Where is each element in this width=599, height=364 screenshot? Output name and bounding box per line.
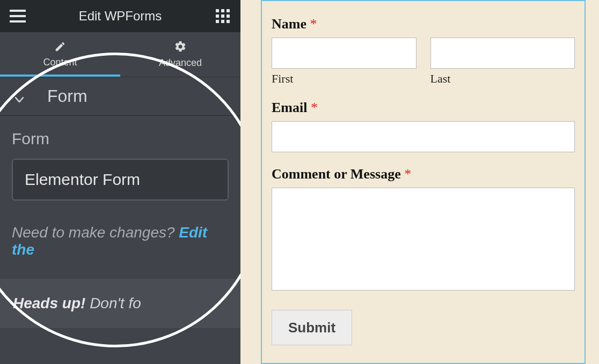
svg-rect-0 <box>10 10 26 12</box>
field-email: Email * <box>272 100 575 152</box>
required-mark: * <box>310 16 317 32</box>
first-name-input[interactable] <box>272 38 417 69</box>
form-selector-block: Form Elementor Form <box>0 116 240 206</box>
caret-down-icon <box>15 87 24 107</box>
edit-form-help: Need to make changes? Edit the <box>0 206 240 264</box>
svg-rect-10 <box>221 20 224 23</box>
svg-rect-6 <box>216 14 219 18</box>
email-label: Email * <box>272 100 575 116</box>
sidebar-topbar: Edit WPForms <box>0 0 240 32</box>
form-select[interactable]: Elementor Form <box>12 159 229 200</box>
field-message: Comment or Message * <box>272 166 575 293</box>
menu-icon[interactable] <box>9 7 27 25</box>
svg-rect-7 <box>221 14 224 18</box>
message-textarea[interactable] <box>272 188 575 291</box>
field-name: Name * First Last <box>272 16 575 86</box>
alert-rest: Don't fo <box>85 295 141 311</box>
form-select-value: Elementor Form <box>25 170 140 189</box>
tab-advanced-label: Advanced <box>159 57 202 69</box>
last-sublabel: Last <box>430 72 575 86</box>
tab-content[interactable]: Content <box>0 32 120 77</box>
section-header-label: FFormorm <box>47 86 87 106</box>
last-name-input[interactable] <box>430 38 575 69</box>
required-mark: * <box>404 166 411 182</box>
heads-up-alert: Heads up! Don't fo <box>0 279 240 328</box>
required-mark: * <box>311 100 318 115</box>
form-field-label: Form <box>12 130 229 148</box>
svg-rect-9 <box>216 20 219 23</box>
gear-icon <box>174 40 187 53</box>
message-label: Comment or Message * <box>272 166 575 182</box>
svg-rect-1 <box>10 15 26 17</box>
alert-strong: Heads up! <box>13 295 85 311</box>
section-header-form[interactable]: FFormorm <box>0 77 240 116</box>
svg-rect-8 <box>227 14 230 18</box>
svg-rect-4 <box>221 9 224 12</box>
name-label: Name * <box>272 16 575 32</box>
pencil-icon <box>54 41 66 53</box>
panel-title: Edit WPForms <box>27 9 214 24</box>
svg-rect-2 <box>10 20 26 23</box>
submit-button[interactable]: Submit <box>272 310 352 345</box>
preview-canvas: Name * First Last Email * <box>240 0 599 364</box>
form-widget-outline[interactable]: Name * First Last Email * <box>261 0 586 364</box>
tab-content-label: Content <box>43 57 77 68</box>
svg-rect-5 <box>227 9 230 12</box>
svg-rect-3 <box>216 9 219 12</box>
first-sublabel: First <box>272 72 417 86</box>
panel-tabs: Content Advanced <box>0 32 240 77</box>
help-prefix: Need to make changes? <box>12 224 179 241</box>
widgets-grid-icon[interactable] <box>214 7 232 25</box>
svg-rect-11 <box>227 20 230 23</box>
tab-advanced[interactable]: Advanced <box>120 32 240 77</box>
elementor-sidebar: Edit WPForms Content Advanced FFormorm F… <box>0 0 240 364</box>
email-input[interactable] <box>272 121 575 152</box>
